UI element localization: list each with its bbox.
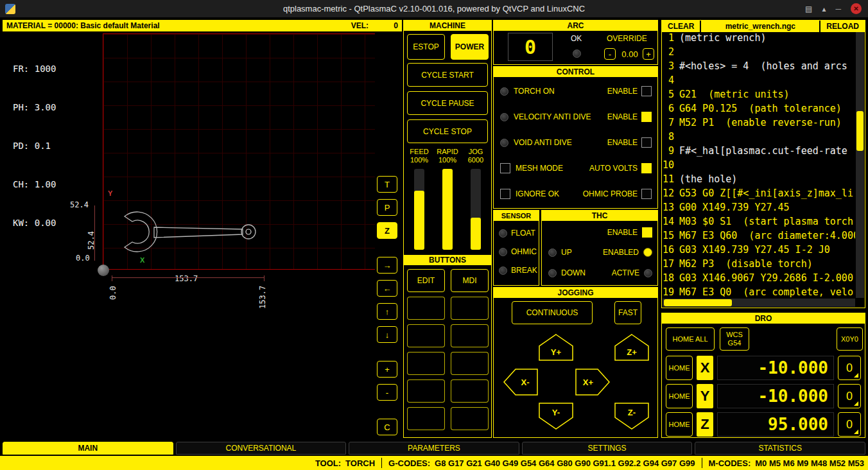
custom-button-slot[interactable] xyxy=(451,352,489,375)
gcode-line[interactable]: 16G03 X149.739 Y27.45 I-2 J0 xyxy=(663,244,855,258)
side-button-C[interactable]: C xyxy=(377,419,397,435)
gcode-preview-area[interactable]: FR: 1000 PH: 3.00 PD: 0.1 CH: 1.00 KW: 0… xyxy=(3,31,375,438)
cycle-stop-button[interactable]: CYCLE STOP xyxy=(407,119,488,143)
gcode-line[interactable]: 18G03 X146.9067 Y29.2686 I-2.000 xyxy=(663,272,855,286)
minimize-button[interactable]: ─ xyxy=(835,5,841,13)
gcode-line[interactable]: 2 xyxy=(663,46,855,60)
tab-main[interactable]: MAIN xyxy=(3,442,173,455)
vscroll-thumb[interactable] xyxy=(856,111,864,151)
estop-button[interactable]: ESTOP xyxy=(407,34,445,60)
close-button[interactable]: ✕ xyxy=(851,3,862,14)
gcode-line[interactable]: 7M52 P1 (enable reverse-run) xyxy=(663,117,855,131)
mdi-button[interactable]: MDI xyxy=(451,269,489,292)
thc-up-row: UP ENABLED xyxy=(548,247,652,257)
custom-button-slot[interactable] xyxy=(407,407,445,430)
velocity-enable-checkbox[interactable] xyxy=(641,112,652,122)
ignore-ok-checkbox[interactable] xyxy=(500,189,510,199)
slider-rapid[interactable] xyxy=(442,169,453,250)
custom-button-slot[interactable] xyxy=(407,324,445,347)
tab-parameters[interactable]: PARAMETERS xyxy=(349,442,519,455)
custom-button-slot[interactable] xyxy=(451,324,489,347)
gcode-line[interactable]: 13G00 X149.739 Y27.45 xyxy=(663,202,855,216)
zero-y-button[interactable]: 0 xyxy=(838,384,861,408)
gcode-reload-button[interactable]: RELOAD xyxy=(820,21,865,32)
gcode-line[interactable]: 3#<holes> = 4 (holes and arcs xyxy=(663,60,855,74)
gcode-line[interactable]: 10 xyxy=(663,159,855,173)
gcode-horizontal-scrollbar[interactable] xyxy=(663,299,855,307)
jog-z-plus-button[interactable]: Z+ xyxy=(614,333,650,361)
menu-icon[interactable]: ▤ xyxy=(805,5,812,13)
side-button-←[interactable]: ← xyxy=(377,280,397,297)
void-enable-checkbox[interactable] xyxy=(641,137,652,148)
jog-x-plus-button[interactable]: X+ xyxy=(575,368,611,396)
jog-y-plus-button[interactable]: Y+ xyxy=(538,333,574,361)
side-button-↓[interactable]: ↓ xyxy=(377,326,397,343)
override-minus-button[interactable]: - xyxy=(604,48,616,60)
jog-y-minus-button[interactable]: Y- xyxy=(538,402,574,430)
gcode-line[interactable]: 8 xyxy=(663,131,855,145)
home-z-button[interactable]: HOME xyxy=(666,412,693,437)
ohmic-probe-label: OHMIC PROBE xyxy=(583,189,638,198)
gcode-line[interactable]: 17M62 P3 (disable torch) xyxy=(663,258,855,272)
gcode-clear-button[interactable]: CLEAR xyxy=(662,21,700,32)
side-button-+[interactable]: + xyxy=(377,361,397,378)
custom-button-slot[interactable] xyxy=(407,352,445,375)
cycle-pause-button[interactable]: CYCLE PAUSE xyxy=(407,91,488,115)
jog-z-minus-button[interactable]: Z- xyxy=(614,402,650,430)
custom-button-slot[interactable] xyxy=(451,379,489,403)
edit-button[interactable]: EDIT xyxy=(407,269,445,292)
side-button-↑[interactable]: ↑ xyxy=(377,303,397,320)
gcode-line[interactable]: 11(the hole) xyxy=(663,173,855,187)
zero-xy-button[interactable]: X0Y0 xyxy=(837,327,863,351)
custom-button-slot[interactable] xyxy=(451,297,489,320)
gcode-vertical-scrollbar[interactable] xyxy=(856,32,864,298)
cycle-start-button[interactable]: CYCLE START xyxy=(407,63,488,87)
sensor-led-ohmic xyxy=(499,248,507,256)
gcode-line[interactable]: 19M67 E3 Q0 (arc complete, velo xyxy=(663,286,855,298)
custom-button-slot[interactable] xyxy=(407,297,445,320)
gcode-lines[interactable]: 1(metric wrench)23#<holes> = 4 (holes an… xyxy=(663,32,855,298)
ohmic-probe-checkbox[interactable] xyxy=(641,189,652,199)
gcode-line[interactable]: 12G53 G0 Z[[#<_ini[axis_z]max_li xyxy=(663,187,855,202)
gcode-line[interactable]: 5G21 (metric units) xyxy=(663,89,855,103)
gcode-line[interactable]: 9F#<_hal[plasmac.cut-feed-rate xyxy=(663,145,855,159)
torch-enable-checkbox[interactable] xyxy=(641,86,652,96)
jog-x-minus-button[interactable]: X- xyxy=(503,368,539,396)
side-button-→[interactable]: → xyxy=(377,257,397,274)
gcode-filename[interactable]: metric_wrench.ngc xyxy=(701,21,819,32)
home-all-button[interactable]: HOME ALL xyxy=(666,327,715,351)
custom-button-slot[interactable] xyxy=(407,379,445,403)
shade-icon[interactable]: ▴ xyxy=(822,5,826,13)
gcode-line[interactable]: 15M67 E3 Q60 (arc diameter:4.000 xyxy=(663,230,855,244)
jog-mode-select[interactable]: CONTINUOUS xyxy=(512,301,593,324)
gcode-line[interactable]: 14M03 $0 S1 (start plasma torch xyxy=(663,216,855,230)
home-y-button[interactable]: HOME xyxy=(666,384,693,408)
mesh-mode-checkbox[interactable] xyxy=(500,163,510,173)
side-button-P[interactable]: P xyxy=(377,199,397,216)
side-button-T[interactable]: T xyxy=(377,176,397,193)
custom-button-slot[interactable] xyxy=(451,407,489,430)
tab-settings[interactable]: SETTINGS xyxy=(522,442,693,455)
thc-down-row: DOWN ACTIVE xyxy=(548,268,652,278)
gcode-line[interactable]: 1(metric wrench) xyxy=(663,32,855,46)
power-button[interactable]: POWER xyxy=(451,34,489,60)
side-button--[interactable]: - xyxy=(377,384,397,401)
tab-statistics[interactable]: STATISTICS xyxy=(695,442,865,455)
slider-jog[interactable] xyxy=(471,169,481,250)
gcode-line[interactable]: 6G64 P0.125 (path tolerance) xyxy=(663,103,855,117)
override-plus-button[interactable]: + xyxy=(643,48,654,60)
side-button-Z[interactable]: Z xyxy=(377,222,397,239)
jogging-panel: JOGGING CONTINUOUS FAST Y+ Z+ X- X+ Y- Z… xyxy=(493,287,658,438)
gcode-line[interactable]: 4 xyxy=(663,74,855,89)
zero-z-button[interactable]: 0 xyxy=(838,412,861,437)
tab-conversational[interactable]: CONVERSATIONAL xyxy=(176,442,347,455)
wcs-button[interactable]: WCS G54 xyxy=(720,327,749,351)
jog-fast-button[interactable]: FAST xyxy=(614,301,641,324)
auto-volts-checkbox[interactable] xyxy=(641,163,652,173)
thc-enable-checkbox[interactable] xyxy=(642,227,652,238)
material-selector-bar[interactable]: MATERIAL = 00000: Basic default Material… xyxy=(3,20,402,31)
hscroll-thumb[interactable] xyxy=(664,299,732,306)
slider-feed[interactable] xyxy=(414,169,424,250)
home-x-button[interactable]: HOME xyxy=(666,356,693,380)
zero-x-button[interactable]: 0 xyxy=(838,356,861,380)
